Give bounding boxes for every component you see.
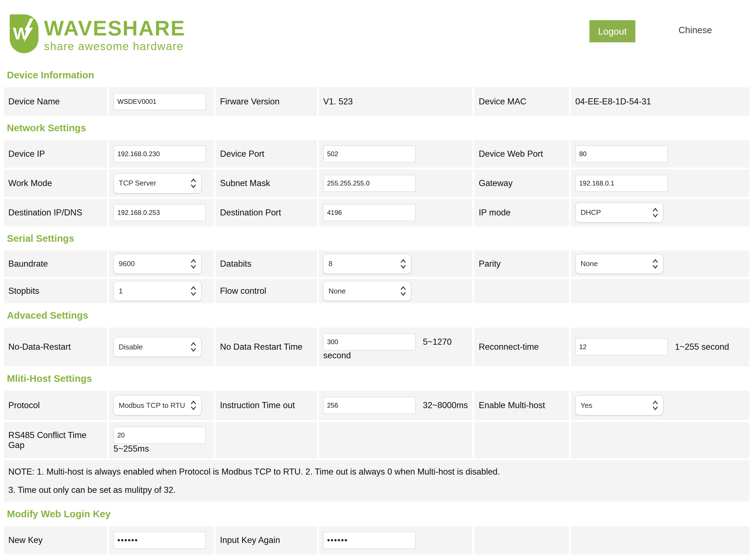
stopbits-cell: 1 — [109, 279, 214, 303]
settings-form: Device Information Device Name Firware V… — [4, 70, 749, 556]
advanced-row: No-Data-Restart Disable No Data Restart … — [4, 327, 749, 366]
no-data-restart-select[interactable]: Disable — [113, 337, 201, 357]
section-title-advanced: Advaced Settings — [7, 310, 749, 320]
device-ip-input[interactable] — [113, 145, 206, 163]
input-key-again-cell — [319, 526, 473, 554]
parity-select[interactable]: None — [575, 254, 663, 274]
no-data-restart-time-range: 5~1270 — [423, 337, 452, 347]
chevron-updown-icon — [652, 207, 658, 218]
rs485-gap-input[interactable] — [113, 427, 206, 444]
device-mac-value: 04-EE-E8-1D-54-31 — [571, 87, 749, 116]
chevron-updown-icon — [652, 400, 658, 411]
note-line-1: NOTE: 1. Multi-host is always enabled wh… — [8, 467, 745, 477]
input-key-again-input[interactable] — [323, 532, 416, 549]
enable-multihost-select[interactable]: Yes — [575, 395, 663, 415]
device-name-input[interactable] — [113, 93, 206, 110]
multihost-note-row: NOTE: 1. Multi-host is always enabled wh… — [4, 460, 749, 502]
no-data-restart-time-unit: second — [323, 351, 351, 360]
no-data-restart-time-input[interactable] — [323, 334, 416, 351]
protocol-select[interactable]: Modbus TCP to RTU — [113, 395, 201, 415]
waveshare-logo: W WAVESHARE share awesome hardware — [10, 14, 185, 53]
note-text: NOTE: 1. Multi-host is always enabled wh… — [4, 460, 749, 502]
destination-port-input[interactable] — [323, 204, 416, 221]
input-key-again-label: Input Key Again — [216, 526, 317, 554]
firmware-version-value: V1. 523 — [319, 87, 473, 116]
device-port-input[interactable] — [323, 145, 416, 163]
reconnect-time-cell: 1~255 second — [571, 327, 749, 366]
gateway-input[interactable] — [575, 175, 668, 192]
reconnect-time-range: 1~255 second — [675, 342, 729, 352]
web-port-cell — [571, 140, 749, 168]
new-key-label: New Key — [4, 526, 107, 554]
parity-selected-value: None — [580, 259, 598, 268]
work-mode-label: Work Mode — [4, 169, 107, 197]
empty-cell — [216, 422, 317, 458]
logo-badge: W — [10, 14, 38, 53]
work-mode-select[interactable]: TCP Server — [113, 173, 201, 193]
flow-control-selected-value: None — [329, 287, 346, 296]
network-row-2: Work Mode TCP Server Subnet Mask Gateway — [4, 169, 749, 197]
work-mode-selected-value: TCP Server — [119, 179, 156, 187]
section-title-network: Network Settings — [7, 123, 749, 133]
serial-row-1: Baundrate 9600 Databits 8 Parity None — [4, 251, 749, 277]
enable-multihost-selected-value: Yes — [580, 401, 592, 410]
rs485-gap-label-text: RS485 Conflict Time Gap — [8, 430, 91, 450]
parity-label: Parity — [474, 251, 569, 277]
language-link[interactable]: Chinese — [679, 25, 712, 35]
chevron-updown-icon — [190, 258, 197, 269]
destination-port-label: Destination Port — [216, 199, 317, 226]
enable-multihost-cell: Yes — [571, 391, 749, 420]
ip-mode-selected-value: DHCP — [580, 208, 601, 217]
logout-button[interactable]: Logout — [590, 20, 635, 42]
network-row-3: Destination IP/DNS Destination Port IP m… — [4, 199, 749, 226]
input-with-range: 32~8000ms — [323, 397, 468, 414]
empty-cell — [571, 526, 749, 554]
stopbits-select[interactable]: 1 — [113, 281, 201, 301]
databits-cell: 8 — [319, 251, 473, 277]
gateway-label: Gateway — [474, 169, 569, 197]
lightning-bolt-icon — [22, 18, 35, 44]
reconnect-time-label: Reconnect-time — [474, 327, 569, 366]
empty-cell — [474, 526, 569, 554]
note-line-2: 3. Time out only can be set as mulitpy o… — [8, 485, 745, 495]
databits-select[interactable]: 8 — [323, 254, 411, 274]
no-data-restart-cell: Disable — [109, 327, 214, 366]
flow-control-select[interactable]: None — [323, 281, 411, 301]
flow-control-label: Flow control — [216, 279, 317, 303]
new-key-input[interactable] — [113, 532, 206, 549]
section-title-serial: Serial Settings — [7, 234, 749, 243]
no-data-restart-label: No-Data-Restart — [4, 327, 107, 366]
no-data-restart-selected-value: Disable — [119, 343, 143, 351]
baudrate-cell: 9600 — [109, 251, 214, 277]
ip-mode-label: IP mode — [474, 199, 569, 226]
rs485-gap-label: RS485 Conflict Time Gap — [4, 422, 107, 458]
baudrate-select[interactable]: 9600 — [113, 254, 201, 274]
rs485-gap-cell: 5~255ms — [109, 422, 214, 458]
ip-mode-select[interactable]: DHCP — [575, 203, 663, 222]
flow-control-cell: None — [319, 279, 473, 303]
no-data-restart-time-cell: 5~1270 second — [319, 327, 473, 366]
multihost-row-2: RS485 Conflict Time Gap 5~255ms — [4, 422, 749, 458]
input-with-range: 5~1270 — [323, 334, 452, 351]
empty-cell — [474, 422, 569, 458]
network-row-1: Device IP Device Port Device Web Port — [4, 140, 749, 168]
login-key-row: New Key Input Key Again — [4, 526, 749, 554]
section-title-multihost: Mliti-Host Settings — [7, 374, 749, 383]
rs485-gap-range: 5~255ms — [113, 444, 149, 454]
firmware-version-label: Firware Version — [216, 87, 317, 116]
reconnect-time-input[interactable] — [575, 338, 668, 355]
device-name-label: Device Name — [4, 87, 107, 116]
serial-row-2: Stopbits 1 Flow control None — [4, 279, 749, 303]
protocol-label: Protocol — [4, 391, 107, 420]
baudrate-selected-value: 9600 — [119, 259, 135, 268]
page-header: W WAVESHARE share awesome hardware Logou… — [0, 0, 756, 58]
subnet-mask-input[interactable] — [323, 175, 416, 192]
destination-ip-input[interactable] — [113, 204, 206, 221]
device-name-cell — [109, 87, 214, 116]
web-port-label: Device Web Port — [474, 140, 569, 168]
web-port-input[interactable] — [575, 145, 668, 163]
chevron-updown-icon — [190, 178, 197, 188]
no-data-restart-time-label: No Data Restart Time — [216, 327, 317, 366]
instruction-timeout-input[interactable] — [323, 397, 416, 414]
instruction-timeout-label: Instruction Time out — [216, 391, 317, 420]
